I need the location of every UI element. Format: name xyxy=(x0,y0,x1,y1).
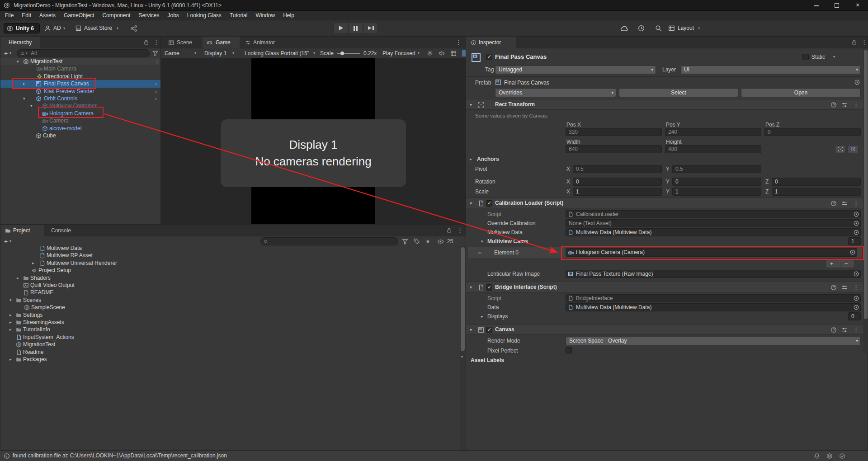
pivot-y-field[interactable]: 0.5 xyxy=(672,165,761,173)
raw-edit-mode-button[interactable]: R xyxy=(848,145,859,153)
script-field[interactable]: BridgeInterface xyxy=(566,294,861,302)
tag-dropdown[interactable]: Untagged▾ xyxy=(495,66,656,74)
kebab-menu-icon[interactable]: ⋮ xyxy=(457,227,463,234)
enabled-checkbox[interactable] xyxy=(486,284,492,291)
prefab-open-button[interactable]: Open xyxy=(741,88,861,97)
add-object-button[interactable]: + ▾ xyxy=(2,49,15,57)
hierarchy-item-alcove-model[interactable]: alcove-model xyxy=(0,125,160,132)
hidden-packages-eye-icon[interactable] xyxy=(437,238,444,245)
version-control-icon[interactable] xyxy=(130,25,137,32)
hierarchy-search-input[interactable] xyxy=(31,50,146,56)
kebab-menu-icon[interactable]: ⋮ xyxy=(861,39,867,46)
play-button[interactable] xyxy=(333,23,348,34)
menu-component[interactable]: Component xyxy=(98,11,134,20)
menu-window[interactable]: Window xyxy=(251,11,279,20)
status-message[interactable]: found calibration file at: C:\Users\LOOK… xyxy=(13,451,227,461)
device-dropdown[interactable]: Looking Glass Portrait (15" ▾ xyxy=(245,48,318,58)
foldout-icon[interactable]: ▸ xyxy=(17,274,19,282)
tab-game[interactable]: Game xyxy=(203,37,240,48)
account-dropdown[interactable]: AD ▾ xyxy=(44,23,70,33)
lenticular-raw-image-field[interactable]: Final Pass Texture (Raw Image) xyxy=(566,270,861,278)
blueprint-mode-button[interactable] xyxy=(835,145,846,153)
drag-handle-icon[interactable] xyxy=(477,250,482,255)
object-picker-icon[interactable] xyxy=(853,220,859,226)
width-field[interactable]: 640 xyxy=(566,145,662,153)
add-asset-button[interactable]: + ▾ xyxy=(2,237,15,245)
presets-icon[interactable] xyxy=(841,284,848,291)
menu-services[interactable]: Services xyxy=(134,11,163,20)
rect-transform-header[interactable]: ▾ Rect Transform ⋮ xyxy=(466,99,863,110)
project-item-multiview-rp-asset[interactable]: Multiview RP Asset xyxy=(0,252,466,259)
stats-grid-icon[interactable] xyxy=(450,50,457,56)
search-by-type-icon[interactable] xyxy=(402,238,408,245)
canvas-header[interactable]: ▾ Canvas ⋮ xyxy=(466,324,863,335)
array-element-row[interactable]: Element 0 Hologram Camera (Camera) xyxy=(468,247,862,258)
object-picker-icon[interactable] xyxy=(853,295,859,301)
foldout-icon[interactable]: ▸ xyxy=(23,80,25,87)
enabled-checkbox[interactable] xyxy=(486,327,492,333)
tab-console[interactable]: Console xyxy=(44,225,78,236)
prefab-open-chevron-icon[interactable]: › xyxy=(155,95,157,102)
foldout-icon[interactable]: ▸ xyxy=(32,259,34,267)
scale-z-field[interactable]: 1 xyxy=(772,188,861,196)
presets-icon[interactable] xyxy=(841,102,848,108)
calibration-loader-header[interactable]: ▾ Calibration Loader (Script) ⋮ xyxy=(466,198,863,208)
foldout-icon[interactable]: ▾ xyxy=(470,325,472,335)
menu-assets[interactable]: Assets xyxy=(35,11,60,20)
tab-project[interactable]: Project xyxy=(0,225,44,236)
tab-scene[interactable]: Scene xyxy=(165,37,200,48)
maximize-button[interactable] xyxy=(826,0,847,11)
layers-icon[interactable] xyxy=(826,453,833,459)
object-picker-icon[interactable] xyxy=(853,304,859,310)
project-scrollbar-thumb[interactable] xyxy=(461,247,465,351)
hierarchy-item-klak-preview-sender[interactable]: Klak Preview Sender › xyxy=(0,88,160,95)
render-mode-dropdown[interactable]: Screen Space - Overlay▾ xyxy=(566,337,861,345)
foldout-icon[interactable]: ▸ xyxy=(9,356,12,363)
project-item-settings[interactable]: ▸ Settings xyxy=(0,311,466,319)
multiview-data-field[interactable]: Multiview Data (Multiview Data) xyxy=(566,228,861,236)
pos-z-field[interactable]: 0 xyxy=(764,128,861,136)
rotation-x-field[interactable]: 0 xyxy=(573,178,662,186)
project-scrollbar[interactable]: ▾ xyxy=(460,236,466,450)
help-icon[interactable] xyxy=(830,284,837,291)
foldout-icon[interactable]: ▾ xyxy=(17,58,19,65)
project-item-readme-upper[interactable]: README xyxy=(0,289,466,296)
presets-icon[interactable] xyxy=(841,327,848,333)
menu-help[interactable]: Help xyxy=(279,11,298,20)
help-icon[interactable] xyxy=(830,327,837,333)
menu-jobs[interactable]: Jobs xyxy=(163,11,183,20)
kebab-menu-icon[interactable]: ⋮ xyxy=(153,39,159,46)
search-by-label-icon[interactable] xyxy=(414,238,420,245)
project-item-streamingassets[interactable]: ▸ StreamingAssets xyxy=(0,319,466,326)
displays-size-field[interactable]: 0 xyxy=(848,312,861,320)
project-search-input[interactable] xyxy=(274,238,395,245)
foldout-icon[interactable]: ▸ xyxy=(481,312,483,320)
project-item-multiview-universal-renderer[interactable]: ▸ Multiview Universal Renderer xyxy=(0,259,466,267)
layer-dropdown[interactable]: UI▾ xyxy=(680,66,861,74)
remove-element-button[interactable]: − xyxy=(844,260,848,268)
close-button[interactable]: × xyxy=(847,0,868,11)
overrides-dropdown[interactable]: Overrides▾ xyxy=(495,88,616,97)
enabled-checkbox[interactable] xyxy=(486,200,492,207)
foldout-icon[interactable]: ▸ xyxy=(9,319,12,326)
project-item-readme[interactable]: Readme xyxy=(0,348,466,356)
aspect-dropdown[interactable]: Game ▾ xyxy=(165,48,201,58)
kebab-menu-icon[interactable]: ⋮ xyxy=(853,200,859,207)
project-item-packages[interactable]: ▸ Packages xyxy=(0,356,466,363)
tab-hierarchy[interactable]: Hierarchy xyxy=(0,37,40,48)
project-search[interactable] xyxy=(260,237,398,245)
status-check-icon[interactable] xyxy=(839,453,845,459)
static-checkbox[interactable] xyxy=(802,54,809,60)
prefab-select-button[interactable]: Select xyxy=(619,88,738,97)
project-item-scenes[interactable]: ▾ Scenes xyxy=(0,296,466,304)
bridge-interface-header[interactable]: ▾ Bridge Interface (Script) ⋮ xyxy=(466,282,863,292)
foldout-icon[interactable]: ▾ xyxy=(470,99,472,110)
lock-icon[interactable] xyxy=(143,39,149,45)
project-item-samplescene[interactable]: SampleScene xyxy=(0,304,466,311)
tab-inspector[interactable]: Inspector xyxy=(466,37,516,48)
element0-object-field[interactable]: Hologram Camera (Camera) xyxy=(566,248,857,257)
project-item-inputsystem-actions[interactable]: InputSystem_Actions xyxy=(0,334,466,341)
hierarchy-item-camera[interactable]: Camera xyxy=(0,117,160,124)
slider-knob[interactable] xyxy=(340,52,344,55)
hierarchy-item-directional-light[interactable]: Directional Light xyxy=(0,73,160,80)
